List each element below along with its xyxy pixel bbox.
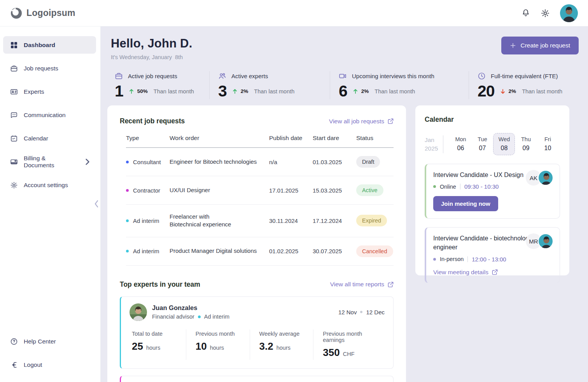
sidebar-spacer bbox=[3, 200, 96, 333]
stat-value: 3 bbox=[218, 83, 227, 99]
stat-value: 6 bbox=[339, 83, 347, 99]
type-label: Consultant bbox=[133, 159, 161, 165]
link-label: View meeting details bbox=[433, 269, 488, 276]
expert-stat-unit: CHF bbox=[343, 351, 355, 357]
start-date-cell: 15.03.2025 bbox=[313, 187, 356, 194]
stat-delta: 2% bbox=[509, 88, 516, 94]
calendar-day-wed-selected[interactable]: Wed 08 bbox=[493, 133, 515, 155]
calendar-day-fri[interactable]: Fri 10 bbox=[537, 133, 558, 155]
view-all-job-requests-link[interactable]: View all job requests bbox=[329, 118, 394, 125]
stat-value: 20 bbox=[478, 83, 495, 99]
view-meeting-details-link[interactable]: View meeting details bbox=[433, 269, 553, 276]
expert-stat-unit: hours bbox=[146, 345, 160, 351]
expert-type-dot bbox=[198, 315, 201, 318]
status-badge: Active bbox=[356, 184, 383, 196]
video-camera-icon bbox=[339, 72, 347, 80]
greeting-date: It's Wednesday, January8th bbox=[111, 54, 192, 60]
sidebar-collapse-icon[interactable] bbox=[93, 198, 100, 210]
day-of-week: Tue bbox=[471, 136, 493, 142]
top-experts-section: Top experts in your team View all time r… bbox=[120, 280, 394, 382]
sidebar-item-experts[interactable]: Experts bbox=[3, 83, 96, 100]
start-date-cell: 01.03.2025 bbox=[313, 159, 356, 165]
expert-card-juan-gonzales[interactable]: Juan Gonzales Financial advisor Ad inter… bbox=[120, 296, 394, 369]
sidebar-item-calendar[interactable]: Calendar bbox=[3, 130, 96, 147]
day-number: 09 bbox=[515, 145, 537, 152]
notifications-bell-icon[interactable] bbox=[521, 9, 530, 18]
day-of-week: Mon bbox=[450, 136, 471, 142]
logo-icon bbox=[10, 7, 23, 19]
calendar-month-year: Jan 2025 bbox=[425, 136, 438, 152]
briefcase-icon bbox=[10, 65, 18, 72]
gear-icon bbox=[10, 181, 18, 189]
publish-date-cell: 01.02.2025 bbox=[269, 248, 313, 254]
sidebar-item-label: Communication bbox=[24, 112, 66, 119]
expert-avatar bbox=[130, 303, 147, 321]
photo-avatar bbox=[538, 170, 553, 186]
calendar-strip-divider bbox=[443, 135, 443, 153]
content-columns: Recent job requests View all job request… bbox=[107, 105, 579, 382]
sidebar-item-job-requests[interactable]: Job requests bbox=[3, 60, 96, 77]
calendar-panel: Calendar Jan 2025 Mon 06 Tue 07 Wed 08 bbox=[415, 105, 569, 275]
sidebar-item-account-settings[interactable]: Account settings bbox=[3, 176, 96, 194]
page-title: Hello, John D. bbox=[111, 37, 192, 51]
job-requests-table: Type Work order Publish date Start dare … bbox=[120, 135, 394, 266]
table-row[interactable]: Contractor UX/UI Designer 17.01.2025 15.… bbox=[126, 176, 394, 205]
create-job-request-label: Create job request bbox=[520, 42, 570, 49]
sidebar-item-billing-documents[interactable]: Billing & Documents bbox=[3, 153, 96, 170]
table-row[interactable]: Ad interim Freelancer with Biotechnical … bbox=[126, 205, 394, 237]
calendar-day-thu[interactable]: Thu 09 bbox=[515, 133, 537, 155]
expert-role: Financial advisor bbox=[152, 314, 194, 320]
stat-label: Full-time equivalent (FTE) bbox=[491, 73, 558, 79]
sidebar-item-logout[interactable]: Logout bbox=[3, 356, 96, 373]
expert-stat-label: Previous month earnings bbox=[323, 331, 382, 343]
arrow-up-icon bbox=[128, 88, 135, 95]
start-date-cell: 30.07.2025 bbox=[313, 248, 356, 254]
event-card-ux-design-interview[interactable]: Interview Candidate - UX Design Online 0… bbox=[425, 164, 560, 219]
calendar-day-strip: Jan 2025 Mon 06 Tue 07 Wed 08 Thu bbox=[425, 133, 560, 155]
day-number: 08 bbox=[494, 145, 514, 152]
credit-card-icon bbox=[10, 158, 18, 166]
expert-card-michaela-lund[interactable]: Michaela Lund Freelancer with design ski… bbox=[120, 376, 394, 382]
event-card-biotech-interview[interactable]: Interview Candidate - biotechnology engi… bbox=[425, 227, 560, 283]
work-order-cell: Engineer for Bitoech technologies bbox=[170, 158, 269, 166]
logo: Logoipsum bbox=[10, 7, 75, 19]
join-meeting-button[interactable]: Join meeting now bbox=[433, 196, 498, 211]
settings-gear-icon[interactable] bbox=[541, 9, 550, 18]
users-icon bbox=[218, 72, 226, 80]
logout-icon bbox=[10, 361, 18, 369]
expert-stat-previous-month-earnings: Previous month earnings 350CHF bbox=[313, 329, 385, 360]
create-job-request-button[interactable]: Create job request bbox=[501, 37, 579, 54]
stat-label: Active experts bbox=[231, 73, 268, 79]
column-header-start-date: Start dare bbox=[313, 135, 356, 142]
type-label: Ad interim bbox=[133, 217, 159, 224]
calendar-day-tue[interactable]: Tue 07 bbox=[471, 133, 493, 155]
expert-stat-total-to-date: Total to date 25hours bbox=[130, 329, 186, 360]
stat-label: Upcoming interviews this month bbox=[352, 73, 434, 79]
event-mode: Online bbox=[440, 184, 456, 190]
section-title-recent-job-requests: Recent job requests bbox=[120, 117, 185, 125]
stat-note: Than last month bbox=[154, 88, 194, 95]
view-all-time-reports-link[interactable]: View all time reports bbox=[330, 281, 394, 288]
job-requests-panel: Recent job requests View all job request… bbox=[107, 105, 406, 382]
section-title-calendar: Calendar bbox=[425, 116, 560, 124]
sidebar-item-label: Dashboard bbox=[24, 42, 55, 49]
type-dot bbox=[126, 219, 129, 222]
sidebar-item-dashboard[interactable]: Dashboard bbox=[3, 36, 96, 54]
main-content: Hello, John D. It's Wednesday, January8t… bbox=[101, 26, 588, 382]
user-avatar[interactable] bbox=[560, 4, 578, 22]
table-row[interactable]: Consultant Engineer for Bitoech technolo… bbox=[126, 148, 394, 176]
sidebar-item-communication[interactable]: Communication bbox=[3, 106, 96, 124]
calendar-year: 2025 bbox=[425, 144, 438, 153]
period-separator-dot bbox=[360, 311, 362, 313]
calendar-day-mon[interactable]: Mon 06 bbox=[450, 133, 471, 155]
calendar-month: Jan bbox=[425, 136, 438, 144]
arrow-down-icon bbox=[500, 88, 506, 95]
status-badge: Draft bbox=[356, 156, 380, 168]
chevron-right-icon bbox=[84, 158, 91, 166]
briefcase-icon bbox=[115, 72, 123, 80]
sidebar-item-help-center[interactable]: Help Center bbox=[3, 333, 96, 350]
table-row[interactable]: Ad interim Product Manager Digital solut… bbox=[126, 237, 394, 266]
event-avatars: AK bbox=[526, 170, 553, 186]
period-end: 12 Dec bbox=[366, 309, 385, 315]
expert-stat-value: 3.2 bbox=[259, 340, 273, 352]
